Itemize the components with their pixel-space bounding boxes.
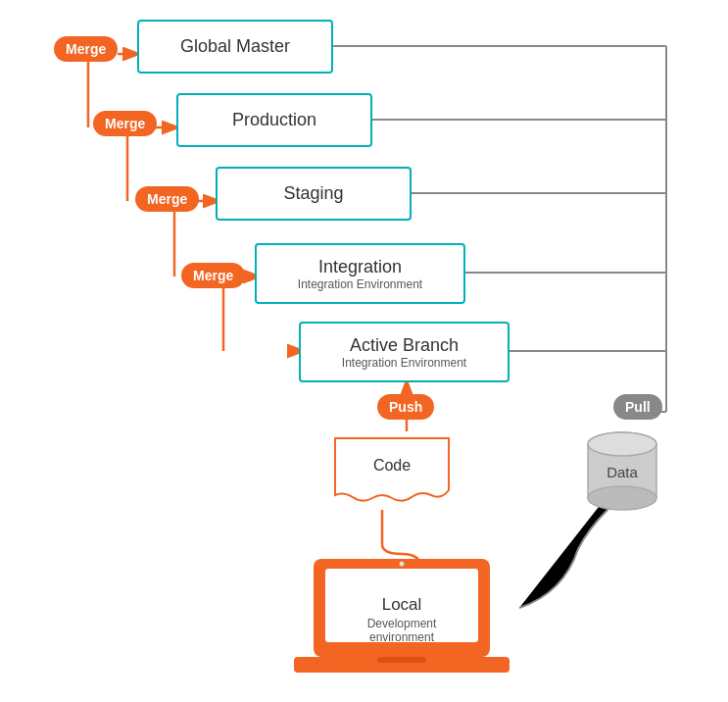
integration-sublabel: Integration Environment	[298, 277, 422, 291]
svg-text:Data: Data	[607, 464, 638, 480]
svg-text:environment: environment	[369, 630, 435, 644]
production-box: Production	[176, 93, 372, 147]
svg-point-16	[400, 562, 405, 567]
active-branch-sublabel: Integration Environment	[342, 356, 466, 370]
global-master-label: Global Master	[180, 36, 290, 57]
staging-box: Staging	[216, 167, 412, 221]
pull-badge: Pull	[613, 394, 662, 420]
integration-label: Integration	[318, 257, 402, 277]
merge-badge-2: Merge	[93, 111, 157, 136]
code-box-container: Code	[333, 436, 451, 510]
svg-point-20	[588, 486, 656, 510]
integration-box: Integration Integration Environment	[255, 243, 465, 304]
production-label: Production	[232, 110, 316, 130]
svg-text:Code: Code	[373, 457, 411, 474]
svg-point-21	[588, 432, 656, 456]
active-branch-label: Active Branch	[350, 335, 459, 356]
merge-badge-1: Merge	[54, 36, 118, 62]
data-cylinder: Data	[583, 426, 661, 515]
push-badge: Push	[377, 394, 434, 420]
staging-label: Staging	[283, 183, 343, 204]
diagram: Global Master Production Staging Integra…	[0, 0, 728, 702]
merge-badge-4: Merge	[181, 263, 245, 288]
global-master-box: Global Master	[137, 20, 333, 74]
active-branch-box: Active Branch Integration Environment	[299, 322, 510, 382]
svg-rect-15	[377, 657, 426, 663]
local-laptop: Local Development environment	[294, 559, 510, 686]
svg-text:Local: Local	[382, 595, 422, 614]
svg-text:Development: Development	[367, 617, 437, 630]
merge-badge-3: Merge	[135, 186, 199, 212]
